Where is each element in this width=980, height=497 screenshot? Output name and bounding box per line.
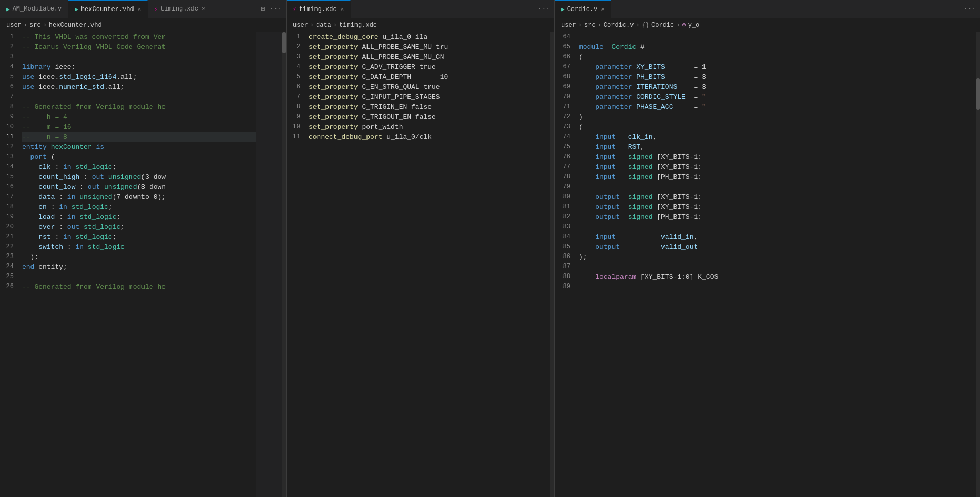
code-line: output signed [PH_BITS-1: <box>579 212 976 222</box>
code-line: over : out std_logic; <box>22 222 256 232</box>
code-line: output signed [XY_BITS-1: <box>579 202 976 212</box>
code-line: ) <box>579 112 976 122</box>
tab-label: hexCounter.vhd <box>81 6 134 13</box>
code-line: -- n = 8 <box>22 132 256 142</box>
editor-pane-1: ▶ AM_Modulate.v ▶ hexCounter.vhd × ⚡ tim… <box>0 0 287 497</box>
editor-pane-2: ⚡ timing.xdc × ··· user › data › timing.… <box>287 0 555 497</box>
tab-timing-xdc-2[interactable]: ⚡ timing.xdc × <box>287 0 351 18</box>
code-content-3: module Cordic # ( parameter XY_BITS = 1 … <box>577 32 976 497</box>
code-line: library ieee; <box>22 62 256 72</box>
code-line: clk : in std_logic; <box>22 162 256 172</box>
code-line: -- h = 4 <box>22 112 256 122</box>
file-icon: ▶ <box>75 6 78 13</box>
tab-timing-xdc-1[interactable]: ⚡ timing.xdc × <box>148 0 212 18</box>
tab-actions-3: ··· <box>959 5 980 13</box>
tab-bar-3: ▶ Cordic.v × ··· <box>555 0 980 18</box>
code-area-1: 1 2 3 4 5 6 7 8 9 10 11 12 13 14 15 16 1 <box>0 32 286 497</box>
code-line: -- m = 16 <box>22 122 256 132</box>
code-line <box>579 282 976 292</box>
code-line: ); <box>579 252 976 262</box>
code-line: set_property C_EN_STRG_QUAL true <box>309 82 550 92</box>
code-line: en : in std_logic; <box>22 202 256 212</box>
close-icon[interactable]: × <box>341 6 344 13</box>
code-line: entity hexCounter is <box>22 142 256 152</box>
close-icon[interactable]: × <box>138 6 141 13</box>
scrollbar-3[interactable] <box>976 32 980 497</box>
app: ▶ AM_Modulate.v ▶ hexCounter.vhd × ⚡ tim… <box>0 0 980 497</box>
code-line <box>579 222 976 232</box>
tab-actions-2: ··· <box>534 5 554 13</box>
tab-label: Cordic.v <box>567 6 598 13</box>
code-content-2: create_debug_core u_ila_0 ila set_proper… <box>307 32 550 497</box>
close-icon[interactable]: × <box>202 6 206 12</box>
code-line: connect_debug_port u_ila_0/clk <box>309 132 550 142</box>
code-line: parameter PHASE_ACC = " <box>579 102 976 112</box>
code-line: set_property C_INPUT_PIPE_STAGES <box>309 92 550 102</box>
more-icon[interactable]: ··· <box>270 5 282 13</box>
tab-bar-1: ▶ AM_Modulate.v ▶ hexCounter.vhd × ⚡ tim… <box>0 0 286 18</box>
code-line: ); <box>22 252 256 262</box>
code-line: input valid_in, <box>579 232 976 242</box>
code-line: count_low : out unsigned(3 down <box>22 182 256 192</box>
more-icon[interactable]: ··· <box>538 5 550 13</box>
code-content-1: -- This VHDL was converted from Ver -- I… <box>20 32 256 497</box>
code-line: set_property ALL_PROBE_SAME_MU_CN <box>309 52 550 62</box>
code-line: output signed [XY_BITS-1: <box>579 192 976 202</box>
code-line: use ieee.numeric_std.all; <box>22 82 256 92</box>
code-line: set_property C_DATA_DEPTH 10 <box>309 72 550 82</box>
scrollbar-2[interactable] <box>550 32 554 497</box>
code-line: input RST, <box>579 142 976 152</box>
code-line: set_property C_TRIGOUT_EN false <box>309 112 550 122</box>
line-numbers-3: 64 65 66 67 68 69 70 71 72 73 74 75 76 7… <box>555 32 577 497</box>
code-line: parameter XY_BITS = 1 <box>579 62 976 72</box>
code-line: load : in std_logic; <box>22 212 256 222</box>
minimap-1 <box>256 32 282 497</box>
scrollbar-1[interactable] <box>282 32 286 497</box>
code-line: parameter CORDIC_STYLE = " <box>579 92 976 102</box>
close-icon[interactable]: × <box>601 6 605 13</box>
code-line: port ( <box>22 152 256 162</box>
code-line: ( <box>579 52 976 62</box>
code-line <box>579 32 976 42</box>
tab-hexcounter[interactable]: ▶ hexCounter.vhd × <box>68 0 148 18</box>
code-line: ( <box>579 122 976 132</box>
code-line: output valid_out <box>579 242 976 252</box>
file-icon: ⚡ <box>293 6 297 13</box>
code-line: switch : in std_logic <box>22 242 256 252</box>
code-line: input signed [XY_BITS-1: <box>579 152 976 162</box>
breadcrumb-2: user › data › timing.xdc <box>287 18 554 32</box>
code-line: input signed [PH_BITS-1: <box>579 172 976 182</box>
code-line: set_property ALL_PROBE_SAME_MU tru <box>309 42 550 52</box>
code-line: rst : in std_logic; <box>22 232 256 242</box>
line-numbers-2: 1 2 3 4 5 6 7 8 9 10 11 <box>287 32 307 497</box>
code-line: module Cordic # <box>579 42 976 52</box>
code-line: localparam [XY_BITS-1:0] K_COS <box>579 272 976 282</box>
code-area-2: 1 2 3 4 5 6 7 8 9 10 11 create_debug_cor… <box>287 32 554 497</box>
code-line: set_property port_width <box>309 122 550 132</box>
code-line: parameter ITERATIONS = 3 <box>579 82 976 92</box>
code-line: set_property C_TRIGIN_EN false <box>309 102 550 112</box>
breadcrumb-1: user › src › hexCounter.vhd <box>0 18 286 32</box>
tab-label: timing.xdc <box>299 6 337 13</box>
tab-am-modulate[interactable]: ▶ AM_Modulate.v <box>0 0 68 18</box>
file-icon: ⚡ <box>154 6 158 13</box>
code-line <box>22 92 256 102</box>
code-line: end entity; <box>22 262 256 272</box>
code-line: input signed [XY_BITS-1: <box>579 162 976 172</box>
code-line: -- Icarus Verilog VHDL Code Generat <box>22 42 256 52</box>
code-line: use ieee.std_logic_1164.all; <box>22 72 256 82</box>
tab-cordic[interactable]: ▶ Cordic.v × <box>555 0 611 18</box>
more-icon[interactable]: ··· <box>964 5 976 13</box>
code-line: create_debug_core u_ila_0 ila <box>309 32 550 42</box>
code-line: -- Generated from Verilog module he <box>22 282 256 292</box>
code-line: data : in unsigned(7 downto 0); <box>22 192 256 202</box>
tab-actions-1: ⊞ ··· <box>257 5 286 13</box>
code-area-3: 64 65 66 67 68 69 70 71 72 73 74 75 76 7… <box>555 32 980 497</box>
code-line <box>22 52 256 62</box>
breadcrumb-3: user › src › Cordic.v › {} Cordic › ⊙ y_… <box>555 18 980 32</box>
code-line <box>579 182 976 192</box>
editors-container: ▶ AM_Modulate.v ▶ hexCounter.vhd × ⚡ tim… <box>0 0 980 497</box>
code-line: count_high : out unsigned(3 dow <box>22 172 256 182</box>
code-line <box>22 272 256 282</box>
split-editor-icon[interactable]: ⊞ <box>261 5 266 13</box>
